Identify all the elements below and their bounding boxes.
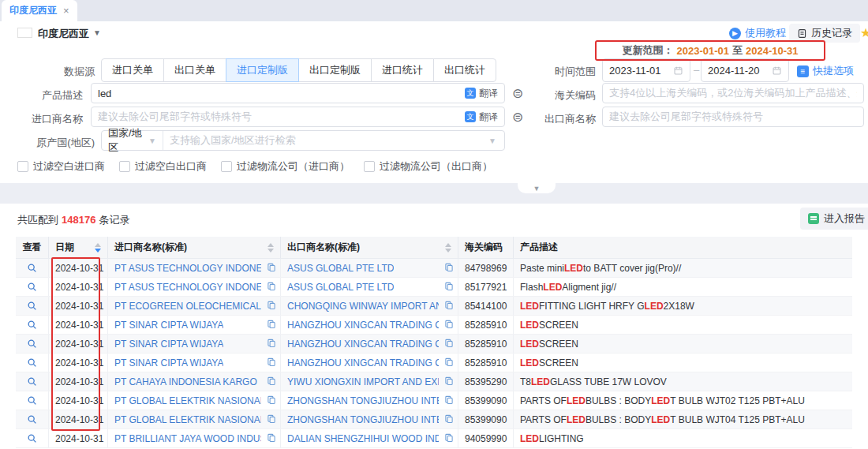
filter-checkbox[interactable]: 过滤物流公司（出口商） xyxy=(364,159,492,174)
view-detail-magnifier-icon[interactable] xyxy=(27,376,37,387)
view-detail-magnifier-icon[interactable] xyxy=(27,339,37,349)
copy-icon[interactable] xyxy=(267,282,276,294)
filter-checkbox[interactable]: 过滤物流公司（进口商） xyxy=(221,159,350,174)
copy-icon[interactable] xyxy=(444,320,454,331)
copy-icon[interactable] xyxy=(444,339,454,350)
exporter-cell: HANGZHOU XINGCAN TRADING CO LTD xyxy=(281,335,458,353)
view-detail-magnifier-icon[interactable] xyxy=(27,395,37,406)
importer-link[interactable]: PT BRILLIANT JAYA WOOD INDUSTRY xyxy=(114,433,261,444)
date-to-value: 2024-11-20 xyxy=(708,65,760,77)
sort-carets-icon[interactable] xyxy=(268,243,274,253)
copy-icon[interactable] xyxy=(444,357,454,369)
exporter-link[interactable]: ASUS GLOBAL PTE LTD xyxy=(287,282,394,293)
collapse-panel-tab[interactable]: ▼ xyxy=(518,183,556,193)
importer-link[interactable]: PT ASUS TECHNOLOGY INDONESIA BA... xyxy=(114,263,261,274)
favorite-star-icon[interactable]: ★ xyxy=(860,25,868,40)
data-source-tab[interactable]: 进口定制版 xyxy=(226,58,299,82)
importer-input[interactable]: 建议去除公司尾部字符或特殊符号 文 翻译 xyxy=(91,107,505,127)
copy-icon[interactable] xyxy=(267,395,276,407)
copy-icon[interactable] xyxy=(444,376,454,388)
exporter-link[interactable]: DALIAN SHENGZHIHUI WOOD INDUST... xyxy=(287,433,439,444)
copy-icon[interactable] xyxy=(267,301,276,312)
data-source-tab[interactable]: 进口关单 xyxy=(101,58,164,82)
copy-icon[interactable] xyxy=(444,263,454,275)
data-source-tab[interactable]: 出口统计 xyxy=(433,58,496,82)
exporter-link[interactable]: HANGZHOU XINGCAN TRADING CO LTD xyxy=(287,339,439,350)
hs-code-input[interactable]: 支持4位以上海关编码，或2位海关编码加上产品描述、企业名称的任意信息 xyxy=(602,83,864,103)
copy-icon[interactable] xyxy=(444,282,454,294)
view-detail-magnifier-icon[interactable] xyxy=(27,301,37,311)
view-detail-magnifier-icon[interactable] xyxy=(27,263,37,273)
importer-link[interactable]: PT SINAR CIPTA WIJAYA xyxy=(114,339,223,350)
view-detail-magnifier-icon[interactable] xyxy=(27,320,37,330)
translate-button[interactable]: 文 翻译 xyxy=(465,110,498,124)
exporter-link[interactable]: CHONGQING WINWAY IMPORT AND E... xyxy=(287,301,439,312)
enter-report-button[interactable]: 进入报告 xyxy=(800,208,868,230)
checkbox-icon[interactable] xyxy=(221,161,232,172)
quick-options-link[interactable]: ≡ 快捷选项 xyxy=(797,64,854,78)
copy-icon[interactable] xyxy=(444,395,454,407)
history-icon xyxy=(797,28,807,39)
origin-select[interactable]: 国家/地区 ▼ xyxy=(102,131,163,150)
checkbox-icon[interactable] xyxy=(364,161,375,172)
origin-control: 国家/地区 ▼ 支持输入国家/地区进行检索 ▼ xyxy=(101,130,505,151)
view-detail-magnifier-icon[interactable] xyxy=(27,282,37,292)
column-header[interactable]: 进口商名称(标准) xyxy=(108,237,281,258)
view-detail-magnifier-icon[interactable] xyxy=(27,433,37,443)
exporter-link[interactable]: YIWU XIONGXIN IMPORT AND EXPORT... xyxy=(287,376,439,387)
data-source-tab[interactable]: 进口统计 xyxy=(371,58,434,82)
exporter-input[interactable]: 建议去除公司尾部字符或特殊符号 xyxy=(602,107,864,127)
chevron-down-icon[interactable]: ▼ xyxy=(488,137,504,145)
date-from-input[interactable]: 2023-11-01 xyxy=(602,58,690,82)
data-source-tab[interactable]: 出口定制版 xyxy=(298,58,372,82)
exporter-placeholder: 建议去除公司尾部字符或特殊符号 xyxy=(609,110,763,124)
copy-icon[interactable] xyxy=(267,357,276,369)
copy-icon[interactable] xyxy=(444,301,454,312)
calendar-icon xyxy=(673,65,683,76)
view-detail-magnifier-icon[interactable] xyxy=(27,414,37,425)
translate-button[interactable]: 文 翻译 xyxy=(465,87,498,100)
importer-cell: PT ASUS TECHNOLOGY INDONESIA BA... xyxy=(108,259,281,277)
data-source-tab[interactable]: 出口关单 xyxy=(163,58,226,82)
exporter-link[interactable]: ZHONGSHAN TONGJIUZHOU INTERNA... xyxy=(287,414,439,425)
column-header[interactable]: 出口商名称(标准) xyxy=(281,237,458,258)
importer-link[interactable]: PT GLOBAL ELEKTRIK NASIONAL xyxy=(114,414,261,425)
filter-checkbox[interactable]: 过滤空白出口商 xyxy=(119,159,207,174)
country-tab[interactable]: 印度尼西亚 × xyxy=(2,0,77,21)
table-row: 2024-10-31PT SINAR CIPTA WIJAYAHANGZHOU … xyxy=(16,316,852,335)
filter-checkbox[interactable]: 过滤空白进口商 xyxy=(17,159,105,174)
importer-link[interactable]: PT GLOBAL ELEKTRIK NASIONAL xyxy=(114,395,261,406)
copy-icon[interactable] xyxy=(267,263,276,275)
importer-link[interactable]: PT CAHAYA INDONESIA KARGO xyxy=(114,376,257,387)
copy-icon[interactable] xyxy=(267,433,276,445)
sort-carets-icon[interactable] xyxy=(95,243,101,253)
date-to-input[interactable]: 2024-11-20 xyxy=(701,58,789,82)
exporter-link[interactable]: HANGZHOU XINGCAN TRADING CO LTD xyxy=(287,357,439,369)
importer-link[interactable]: PT ASUS TECHNOLOGY INDONESIA BA... xyxy=(114,282,261,293)
exact-match-icon[interactable]: ⊜ xyxy=(512,87,523,100)
tutorial-link[interactable]: ▶ 使用教程 xyxy=(729,26,786,40)
copy-icon[interactable] xyxy=(267,339,276,350)
close-icon[interactable]: × xyxy=(63,5,69,17)
exporter-link[interactable]: ZHONGSHAN TONGJIUZHOU INTERNA... xyxy=(287,395,439,406)
chevron-down-icon[interactable]: ▼ xyxy=(93,28,101,37)
view-detail-magnifier-icon[interactable] xyxy=(27,357,37,368)
copy-icon[interactable] xyxy=(444,414,454,426)
copy-icon[interactable] xyxy=(267,414,276,426)
exporter-link[interactable]: HANGZHOU XINGCAN TRADING CO LTD xyxy=(287,320,439,331)
checkbox-icon[interactable] xyxy=(119,161,130,172)
sort-carets-icon[interactable] xyxy=(445,243,451,253)
column-header[interactable]: 日期 xyxy=(49,237,108,258)
importer-link[interactable]: PT SINAR CIPTA WIJAYA xyxy=(114,320,223,331)
product-desc-input[interactable]: led 文 翻译 xyxy=(91,83,505,103)
exact-match-icon[interactable]: ⊜ xyxy=(512,110,523,124)
exporter-link[interactable]: ASUS GLOBAL PTE LTD xyxy=(287,263,394,274)
checkbox-icon[interactable] xyxy=(17,161,28,172)
hs-code-cell: 85285910 xyxy=(458,316,514,334)
importer-link[interactable]: PT SINAR CIPTA WIJAYA xyxy=(114,357,223,369)
importer-link[interactable]: PT ECOGREEN OLEOCHEMICALS xyxy=(114,301,261,312)
view-cell xyxy=(16,410,49,428)
copy-icon[interactable] xyxy=(267,376,276,388)
copy-icon[interactable] xyxy=(267,320,276,331)
copy-icon[interactable] xyxy=(444,433,454,445)
